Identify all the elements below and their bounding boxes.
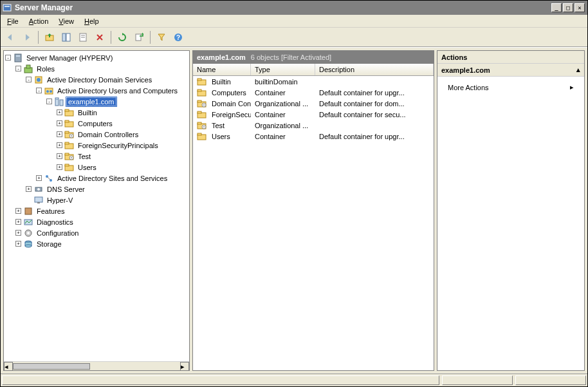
collapse-icon[interactable]: - [5,55,11,61]
svg-rect-14 [26,65,30,68]
expand-icon[interactable]: + [57,164,62,170]
svg-rect-11 [15,54,21,62]
column-name[interactable]: Name [193,64,251,75]
svg-point-67 [203,126,205,127]
expand-icon[interactable]: + [15,208,21,214]
svg-point-61 [203,104,205,106]
tree-node[interactable]: -Server Manager (HYPERV) [5,52,188,63]
tree-node[interactable]: +Computers [5,118,188,129]
tree-node[interactable]: -Active Directory Users and Computers [5,85,188,96]
status-2 [442,375,513,385]
tree-node[interactable]: +Diagnostics [5,216,188,227]
tree-node[interactable]: +Features [5,205,188,216]
forward-button[interactable] [20,30,34,44]
list-row[interactable]: BuiltinbuiltinDomain [193,76,434,87]
status-main [2,375,439,385]
expand-icon[interactable]: + [57,131,62,137]
tree-node[interactable]: -Roles [5,63,188,74]
collapse-icon[interactable]: - [36,88,42,93]
cell-name: Domain Cont... [212,100,251,108]
menu-file[interactable]: File [3,16,23,26]
tree-node-label: Users [77,164,98,171]
statusbar [1,373,587,386]
svg-rect-20 [55,98,59,106]
folder-icon [197,131,207,142]
tree-node[interactable]: -example1.com [5,96,188,107]
help-button[interactable]: ? [171,30,185,44]
tree-node-label: Active Directory Domain Services [46,76,153,84]
collapse-icon[interactable]: - [15,66,21,71]
list-body[interactable]: BuiltinbuiltinDomainComputersContainerDe… [193,76,434,370]
svg-line-42 [47,176,51,180]
collapse-icon[interactable]: - [26,77,32,82]
scroll-left-icon[interactable]: ◂ [4,362,13,371]
tree-node[interactable]: +Domain Controllers [5,129,188,140]
export-button[interactable] [132,30,146,44]
expand-icon[interactable]: + [15,219,21,225]
menu-action[interactable]: Action [25,16,53,26]
svg-point-16 [37,78,41,82]
maximize-button[interactable]: □ [563,3,573,12]
back-button[interactable] [3,30,17,44]
domain-icon [54,97,64,107]
expand-icon[interactable]: + [57,153,62,159]
tree-node[interactable]: +ForeignSecurityPrincipals [5,140,188,151]
tree-node[interactable]: +Active Directory Sites and Services [5,173,188,184]
expand-icon[interactable]: + [36,175,42,181]
column-description[interactable]: Description [315,64,434,75]
collapse-icon[interactable]: - [46,99,52,104]
list-row[interactable]: UsersContainerDefault container for upgr… [193,131,434,142]
tree[interactable]: -Server Manager (HYPERV)-Roles-Active Di… [4,51,189,361]
minimize-button[interactable]: _ [551,3,562,12]
expand-icon[interactable]: + [15,230,21,236]
svg-text:?: ? [176,34,180,41]
chevron-right-icon: ▸ [570,83,574,91]
tree-node[interactable]: Hyper-V [5,194,188,205]
tree-node[interactable]: +Builtin [5,107,188,118]
menu-view[interactable]: View [55,16,78,26]
list-row[interactable]: TestOrganizational ... [193,120,434,131]
actions-subheader[interactable]: example1.com ▴ [437,64,584,77]
cell-name: ForeignSecur... [212,111,251,118]
tree-node[interactable]: +Test [5,151,188,162]
storage-icon [23,239,33,249]
properties-button[interactable] [76,30,90,44]
up-button[interactable] [42,30,57,44]
menu-help[interactable]: Help [80,16,103,26]
list-header: example1.com 6 objects [Filter Activated… [193,51,434,64]
action-more-actions[interactable]: More Actions ▸ [441,80,580,94]
svg-rect-45 [35,197,42,202]
cell-type: Organizational ... [251,122,315,129]
expand-icon[interactable]: + [26,186,32,192]
column-type[interactable]: Type [251,64,315,75]
tree-node[interactable]: +Users [5,162,188,173]
list-header-title: example1.com [197,53,246,61]
tree-node-label: Test [77,153,92,160]
scroll-thumb[interactable] [13,363,90,370]
expand-icon[interactable]: + [57,142,62,148]
scroll-right-icon[interactable]: ▸ [180,362,189,371]
show-hide-tree-button[interactable] [59,30,73,44]
list-row[interactable]: ForeignSecur...ContainerDefault containe… [193,109,434,120]
cell-type: Container [251,89,315,97]
cell-type: Organizational ... [251,100,315,108]
svg-rect-12 [16,55,20,57]
tree-horizontal-scrollbar[interactable]: ◂ ▸ [4,361,189,370]
svg-point-31 [71,135,72,137]
list-row[interactable]: ComputersContainerDefault container for … [193,87,434,98]
list-row[interactable]: Domain Cont...Organizational ...Default … [193,98,434,109]
tree-node[interactable]: +Storage [5,238,188,249]
tree-node[interactable]: +Configuration [5,227,188,238]
filter-button[interactable] [154,30,169,44]
expand-icon[interactable]: + [57,109,62,115]
close-button[interactable]: ✕ [574,3,585,12]
tree-node[interactable]: -Active Directory Domain Services [5,74,188,85]
collapse-icon[interactable]: ▴ [576,66,580,74]
expand-icon[interactable]: + [57,120,62,126]
svg-point-50 [27,232,30,234]
expand-icon[interactable]: + [15,241,21,247]
twist-spacer [26,197,32,203]
refresh-button[interactable] [115,30,129,44]
delete-button[interactable] [93,30,107,44]
tree-node[interactable]: +DNS Server [5,184,188,194]
